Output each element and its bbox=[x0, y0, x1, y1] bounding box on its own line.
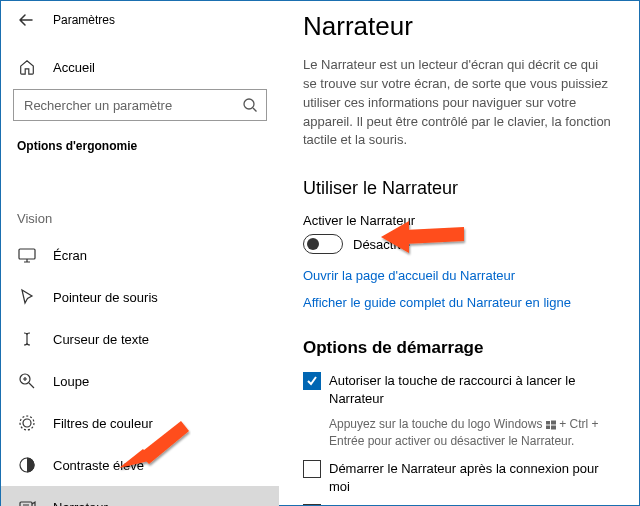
sidebar-item-label: Narrateur bbox=[53, 500, 108, 507]
checkbox-after-login-row: Démarrer le Narrateur après la connexion… bbox=[303, 460, 615, 496]
search-input[interactable] bbox=[22, 97, 242, 114]
sidebar-item-label: Pointeur de souris bbox=[53, 290, 158, 305]
link-narrator-guide[interactable]: Afficher le guide complet du Narrateur e… bbox=[303, 295, 615, 310]
group-vision-label: Vision bbox=[1, 171, 279, 234]
checkbox-shortcut[interactable] bbox=[303, 372, 321, 390]
checkbox-before-login-label: Démarrer le Narrateur avant la connexion… bbox=[329, 504, 615, 505]
sidebar-item-high-contrast[interactable]: Contraste élevé bbox=[1, 444, 279, 486]
window-title: Paramètres bbox=[53, 13, 115, 27]
toggle-label: Activer le Narrateur bbox=[303, 213, 615, 228]
svg-rect-1 bbox=[19, 249, 35, 259]
main: Narrateur Le Narrateur est un lecteur d'… bbox=[279, 1, 639, 505]
settings-window: Paramètres Accueil Options d'ergonomie V… bbox=[0, 0, 640, 506]
nav-list: Écran Pointeur de souris Curseur de text… bbox=[1, 234, 279, 506]
text-cursor-icon bbox=[17, 329, 37, 349]
checkbox-shortcut-hint: Appuyez sur la touche du logo Windows + … bbox=[329, 416, 615, 450]
windows-key-icon bbox=[546, 420, 556, 430]
sidebar-item-magnifier[interactable]: Loupe bbox=[1, 360, 279, 402]
titlebar: Paramètres bbox=[1, 9, 279, 49]
back-button[interactable] bbox=[17, 11, 35, 29]
search-icon bbox=[242, 97, 258, 113]
checkbox-shortcut-row: Autoriser la touche de raccourci à lance… bbox=[303, 372, 615, 408]
checkbox-after-login[interactable] bbox=[303, 460, 321, 478]
home-icon bbox=[17, 57, 37, 77]
home-button[interactable]: Accueil bbox=[1, 49, 279, 85]
sidebar-item-text-cursor[interactable]: Curseur de texte bbox=[1, 318, 279, 360]
checkbox-before-login[interactable] bbox=[303, 504, 321, 505]
sidebar-item-label: Filtres de couleur bbox=[53, 416, 153, 431]
high-contrast-icon bbox=[17, 455, 37, 475]
checkbox-before-login-row: Démarrer le Narrateur avant la connexion… bbox=[303, 504, 615, 505]
search-box[interactable] bbox=[13, 89, 267, 121]
narrator-icon bbox=[17, 497, 37, 506]
sidebar: Paramètres Accueil Options d'ergonomie V… bbox=[1, 1, 279, 505]
toggle-knob bbox=[307, 238, 319, 250]
narrator-toggle[interactable] bbox=[303, 234, 343, 254]
sidebar-item-label: Contraste élevé bbox=[53, 458, 144, 473]
use-narrator-heading: Utiliser le Narrateur bbox=[303, 178, 615, 199]
sidebar-item-label: Curseur de texte bbox=[53, 332, 149, 347]
svg-point-0 bbox=[244, 99, 254, 109]
sidebar-item-label: Loupe bbox=[53, 374, 89, 389]
toggle-state: Désactivé bbox=[353, 237, 410, 252]
magnifier-icon bbox=[17, 371, 37, 391]
svg-point-4 bbox=[20, 416, 34, 430]
sidebar-item-narrator[interactable]: Narrateur bbox=[1, 486, 279, 506]
sidebar-item-label: Écran bbox=[53, 248, 87, 263]
link-narrator-home[interactable]: Ouvrir la page d'accueil du Narrateur bbox=[303, 268, 615, 283]
color-filters-icon bbox=[17, 413, 37, 433]
narrator-toggle-row: Désactivé bbox=[303, 234, 615, 254]
section-header: Options d'ergonomie bbox=[1, 139, 279, 171]
sidebar-item-display[interactable]: Écran bbox=[1, 234, 279, 276]
page-description: Le Narrateur est un lecteur d'écran qui … bbox=[303, 56, 615, 150]
sidebar-item-color-filters[interactable]: Filtres de couleur bbox=[1, 402, 279, 444]
checkbox-after-login-label: Démarrer le Narrateur après la connexion… bbox=[329, 460, 615, 496]
page-title: Narrateur bbox=[303, 11, 615, 42]
svg-rect-9 bbox=[546, 426, 550, 430]
mouse-pointer-icon bbox=[17, 287, 37, 307]
checkbox-shortcut-label: Autoriser la touche de raccourci à lance… bbox=[329, 372, 615, 408]
svg-rect-7 bbox=[546, 421, 550, 425]
svg-point-3 bbox=[23, 419, 31, 427]
home-label: Accueil bbox=[53, 60, 95, 75]
display-icon bbox=[17, 245, 37, 265]
sidebar-item-mouse-pointer[interactable]: Pointeur de souris bbox=[1, 276, 279, 318]
startup-options-heading: Options de démarrage bbox=[303, 338, 615, 358]
